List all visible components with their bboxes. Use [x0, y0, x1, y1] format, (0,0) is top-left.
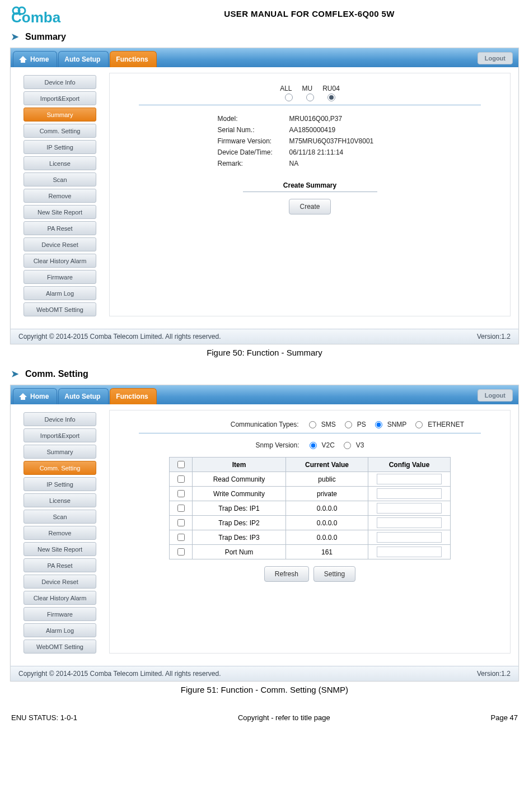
- nav-tab-functions[interactable]: Functions: [110, 51, 156, 67]
- sidebar-item-pa-reset[interactable]: PA Reset: [24, 221, 96, 235]
- comm-type-sms: SMS: [321, 421, 336, 428]
- table-row: Read Communitypublic: [170, 472, 451, 487]
- row-checkbox[interactable]: [177, 534, 185, 541]
- sidebar-item-scan[interactable]: Scan: [24, 510, 96, 524]
- section-heading-comm: Comm. Setting: [25, 369, 88, 379]
- row-current: 0.0.0.0: [286, 530, 368, 545]
- sidebar: Device Info Import&Export Summary Comm. …: [18, 73, 101, 316]
- sidebar-item-device-info[interactable]: Device Info: [24, 412, 96, 426]
- row-config-input[interactable]: [377, 503, 442, 514]
- info-model-label: Model:: [218, 113, 284, 124]
- snmp-settings-table: Item Current Value Config Value Read Com…: [169, 457, 451, 559]
- figure-50-caption: Figure 50: Function - Summary: [10, 348, 519, 357]
- sidebar-item-summary[interactable]: Summary: [24, 445, 96, 459]
- triangle-bullet-icon: ➤: [11, 31, 18, 42]
- setting-button[interactable]: Setting: [313, 566, 355, 582]
- comm-type-snmp: SNMP: [387, 421, 407, 428]
- nav-tab-autosetup[interactable]: Auto Setup: [58, 51, 109, 67]
- sidebar: Device Info Import&Export Summary Comm. …: [18, 410, 101, 654]
- sidebar-item-import-export[interactable]: Import&Export: [24, 428, 96, 442]
- sidebar-item-ip-setting[interactable]: IP Setting: [24, 477, 96, 491]
- row-config-input[interactable]: [377, 547, 442, 557]
- app-footer-version: Version:1.2: [477, 333, 511, 340]
- app-window-comm: Home Auto Setup Functions Logout Device …: [10, 385, 519, 682]
- logout-button[interactable]: Logout: [477, 389, 513, 402]
- snmp-ver-radio-v3[interactable]: [344, 442, 351, 449]
- row-checkbox[interactable]: [177, 475, 185, 483]
- footer-copyright: Copyright - refer to title page: [238, 713, 330, 722]
- sidebar-item-device-info[interactable]: Device Info: [24, 75, 96, 89]
- sidebar-item-clear-history-alarm[interactable]: Clear History Alarm: [24, 591, 96, 605]
- sidebar-item-device-reset[interactable]: Device Reset: [24, 237, 96, 251]
- snmp-version-label: Snmp Version:: [255, 441, 299, 449]
- row-checkbox[interactable]: [177, 505, 185, 512]
- sidebar-item-ip-setting[interactable]: IP Setting: [24, 140, 96, 154]
- row-item: Port Num: [193, 545, 286, 559]
- sidebar-item-clear-history-alarm[interactable]: Clear History Alarm: [24, 254, 96, 268]
- app-topbar: Home Auto Setup Functions Logout: [11, 48, 518, 67]
- nav-functions-label: Functions: [116, 393, 148, 400]
- sidebar-item-comm-setting[interactable]: Comm. Setting: [24, 461, 96, 475]
- selector-radio-mu[interactable]: [306, 94, 314, 101]
- info-datetime-value: 06/11/18 21:11:14: [289, 147, 344, 158]
- sidebar-item-alarm-log[interactable]: Alarm Log: [24, 623, 96, 637]
- row-checkbox[interactable]: [177, 490, 185, 497]
- sidebar-item-remove[interactable]: Remove: [24, 189, 96, 203]
- create-summary-title: Create Summary: [283, 181, 336, 189]
- nav-tab-autosetup[interactable]: Auto Setup: [58, 388, 109, 404]
- nav-tab-home[interactable]: Home: [13, 388, 57, 404]
- sidebar-item-webomt-setting[interactable]: WebOMT Setting: [24, 302, 96, 316]
- info-firmware-value: M75MRU6Q037FH10V8001: [289, 136, 374, 147]
- row-config-input[interactable]: [377, 488, 442, 499]
- comm-type-radio-ps[interactable]: [345, 421, 352, 428]
- sidebar-item-license[interactable]: License: [24, 493, 96, 507]
- home-icon: [19, 56, 27, 63]
- sidebar-item-firmware[interactable]: Firmware: [24, 607, 96, 621]
- comm-type-radio-sms[interactable]: [309, 421, 316, 428]
- footer-page-number: Page 47: [491, 713, 518, 722]
- refresh-button[interactable]: Refresh: [264, 566, 309, 582]
- sidebar-item-summary[interactable]: Summary: [24, 108, 96, 122]
- sidebar-item-import-export[interactable]: Import&Export: [24, 91, 96, 105]
- sidebar-item-alarm-log[interactable]: Alarm Log: [24, 286, 96, 300]
- row-checkbox[interactable]: [177, 548, 185, 556]
- info-serial-value: AA1850000419: [289, 124, 336, 136]
- comm-type-radio-snmp[interactable]: [375, 421, 382, 428]
- sidebar-item-device-reset[interactable]: Device Reset: [24, 575, 96, 589]
- comm-type-radio-ethernet[interactable]: [415, 421, 423, 428]
- row-current: 0.0.0.0: [286, 501, 368, 516]
- table-header-config: Config Value: [368, 458, 451, 472]
- summary-content: ALL MU RU04 Model:MRU016Q00,P37 Serial N…: [109, 73, 511, 316]
- sidebar-item-scan[interactable]: Scan: [24, 172, 96, 186]
- sidebar-item-pa-reset[interactable]: PA Reset: [24, 558, 96, 572]
- row-current: 161: [286, 545, 368, 559]
- table-header-check: [170, 458, 193, 472]
- row-item: Trap Des: IP2: [193, 516, 286, 530]
- nav-functions-label: Functions: [116, 55, 148, 63]
- row-config-input[interactable]: [377, 517, 442, 528]
- sidebar-item-firmware[interactable]: Firmware: [24, 270, 96, 284]
- row-config-input[interactable]: [377, 474, 442, 484]
- selector-radio-ru04[interactable]: [327, 94, 335, 101]
- sidebar-item-new-site-report[interactable]: New Site Report: [24, 205, 96, 219]
- snmp-ver-radio-v2c[interactable]: [310, 442, 317, 449]
- info-remark-value: NA: [289, 158, 299, 169]
- sidebar-item-remove[interactable]: Remove: [24, 526, 96, 540]
- info-model-value: MRU016Q00,P37: [289, 113, 343, 124]
- selector-label-mu: MU: [302, 85, 313, 92]
- nav-tab-home[interactable]: Home: [13, 51, 57, 67]
- row-config-input[interactable]: [377, 532, 442, 543]
- sidebar-item-webomt-setting[interactable]: WebOMT Setting: [24, 640, 96, 654]
- sidebar-item-comm-setting[interactable]: Comm. Setting: [24, 124, 96, 138]
- sidebar-item-license[interactable]: License: [24, 156, 96, 170]
- select-all-checkbox[interactable]: [177, 461, 185, 468]
- nav-tab-functions[interactable]: Functions: [110, 388, 156, 404]
- sidebar-item-new-site-report[interactable]: New Site Report: [24, 542, 96, 556]
- device-info: Model:MRU016Q00,P37 Serial Num.:AA185000…: [218, 113, 402, 169]
- create-button[interactable]: Create: [289, 199, 330, 214]
- selector-radio-all[interactable]: [285, 94, 293, 101]
- nav-autosetup-label: Auto Setup: [64, 393, 100, 400]
- row-checkbox[interactable]: [177, 519, 185, 526]
- logout-button[interactable]: Logout: [477, 52, 513, 64]
- table-row: Port Num161: [170, 545, 451, 559]
